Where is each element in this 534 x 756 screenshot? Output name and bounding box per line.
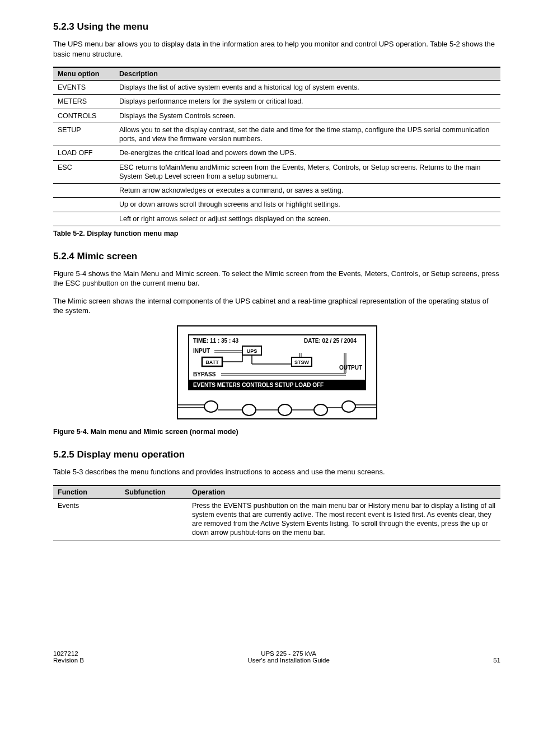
th-subfunction: Subfunction bbox=[120, 486, 188, 499]
panel-button-3 bbox=[256, 404, 292, 416]
cell-desc: De-energizes the critical load and power… bbox=[115, 146, 500, 160]
lcd-input: INPUT bbox=[193, 348, 210, 354]
doc-title: UPS 225 - 275 kVA bbox=[247, 650, 330, 657]
svg-point-20 bbox=[204, 401, 218, 412]
cell-opt: ESC bbox=[53, 160, 115, 184]
panel-button-5 bbox=[327, 401, 377, 412]
cell-desc: Return arrow acknowledges or executes a … bbox=[115, 184, 500, 198]
table-row: Return arrow acknowledges or executes a … bbox=[53, 184, 500, 198]
svg-point-26 bbox=[314, 404, 327, 416]
table-row: CONTROLSDisplays the System Controls scr… bbox=[53, 109, 500, 123]
svg-point-22 bbox=[242, 404, 256, 416]
footer-left: 1027212 Revision B bbox=[53, 650, 84, 664]
doc-revision: Revision B bbox=[53, 657, 84, 664]
panel-button-4 bbox=[292, 404, 327, 416]
section-524-para1: Figure 5-4 shows the Main Menu and Mimic… bbox=[53, 269, 500, 288]
figure-5-4-caption: Figure 5-4. Main menu and Mimic screen (… bbox=[53, 428, 500, 436]
lcd-menubar: EVENTS METERS CONTROLS SETUP LOAD OFF bbox=[193, 382, 324, 388]
cell-desc: ESC returns toMainMenu andMimic screen f… bbox=[115, 160, 500, 184]
lcd-date: DATE: 02 / 25 / 2004 bbox=[304, 338, 357, 344]
lcd-batt: BATT bbox=[205, 360, 219, 365]
lcd-time: TIME: 11 : 35 : 43 bbox=[193, 338, 239, 344]
panel-button-2 bbox=[218, 404, 256, 416]
cell-opt: METERS bbox=[53, 95, 115, 109]
svg-point-30 bbox=[342, 401, 355, 412]
cell-opt: LOAD OFF bbox=[53, 146, 115, 160]
cell-opt: SETUP bbox=[53, 123, 115, 146]
cell-desc: Displays performance meters for the syst… bbox=[115, 95, 500, 109]
cell-opt bbox=[53, 184, 115, 198]
cell-opt: EVENTS bbox=[53, 81, 115, 95]
cell-opt: CONTROLS bbox=[53, 109, 115, 123]
section-heading-525: 5.2.5 Display menu operation bbox=[53, 449, 500, 460]
cell-desc: Up or down arrows scroll through screens… bbox=[115, 198, 500, 212]
table-5-2: Menu option Description EVENTSDisplays t… bbox=[53, 67, 500, 226]
table-row: SETUPAllows you to set the display contr… bbox=[53, 123, 500, 146]
section-523-para: The UPS menu bar allows you to display d… bbox=[53, 39, 500, 59]
doc-subtitle: User's and Installation Guide bbox=[247, 657, 330, 664]
panel-button-1 bbox=[177, 401, 218, 412]
th-function: Function bbox=[53, 486, 120, 499]
section-525-para: Table 5-3 describes the menu functions a… bbox=[53, 467, 500, 477]
section-heading-523: 5.2.3 Using the menu bbox=[53, 21, 500, 32]
table-row: Events Press the EVENTS pushbutton on th… bbox=[53, 498, 500, 540]
section-524-para2: The Mimic screen shows the internal comp… bbox=[53, 296, 500, 316]
table-5-2-caption: Table 5-2. Display function menu map bbox=[53, 230, 500, 237]
figure-5-4: TIME: 11 : 35 : 43 DATE: 02 / 25 / 2004 … bbox=[53, 325, 500, 422]
lcd-ups: UPS bbox=[246, 348, 257, 354]
cell-desc: Left or right arrows select or adjust se… bbox=[115, 212, 500, 226]
cell-opt bbox=[53, 198, 115, 212]
th-operation: Operation bbox=[188, 486, 500, 499]
table-row: Left or right arrows select or adjust se… bbox=[53, 212, 500, 226]
lcd-stsw: STSW bbox=[294, 360, 310, 365]
lcd-bypass: BYPASS bbox=[193, 371, 216, 377]
cell-operation: Press the EVENTS pushbutton on the main … bbox=[188, 498, 500, 540]
doc-number: 1027212 bbox=[53, 650, 84, 657]
table-row: ESCESC returns toMainMenu andMimic scree… bbox=[53, 160, 500, 184]
table-row: Up or down arrows scroll through screens… bbox=[53, 198, 500, 212]
lcd-output: OUTPUT bbox=[339, 365, 362, 371]
page-footer: 1027212 Revision B UPS 225 - 275 kVA Use… bbox=[0, 650, 534, 664]
section-heading-524: 5.2.4 Mimic screen bbox=[53, 251, 500, 262]
page-number: 51 bbox=[493, 657, 500, 664]
footer-center: UPS 225 - 275 kVA User's and Installatio… bbox=[247, 650, 330, 664]
cell-function: Events bbox=[53, 498, 120, 540]
th-description: Description bbox=[115, 67, 500, 81]
table-row: LOAD OFFDe-energizes the critical load a… bbox=[53, 146, 500, 160]
cell-subfunction bbox=[120, 498, 188, 540]
table-row: METERSDisplays performance meters for th… bbox=[53, 95, 500, 109]
cell-desc: Displays the list of active system event… bbox=[115, 81, 500, 95]
cell-opt bbox=[53, 212, 115, 226]
table-5-3: Function Subfunction Operation Events Pr… bbox=[53, 485, 500, 540]
svg-point-24 bbox=[278, 404, 292, 416]
cell-desc: Displays the System Controls screen. bbox=[115, 109, 500, 123]
cell-desc: Allows you to set the display contrast, … bbox=[115, 123, 500, 146]
table-row: EVENTSDisplays the list of active system… bbox=[53, 81, 500, 95]
th-menu-option: Menu option bbox=[53, 67, 115, 81]
